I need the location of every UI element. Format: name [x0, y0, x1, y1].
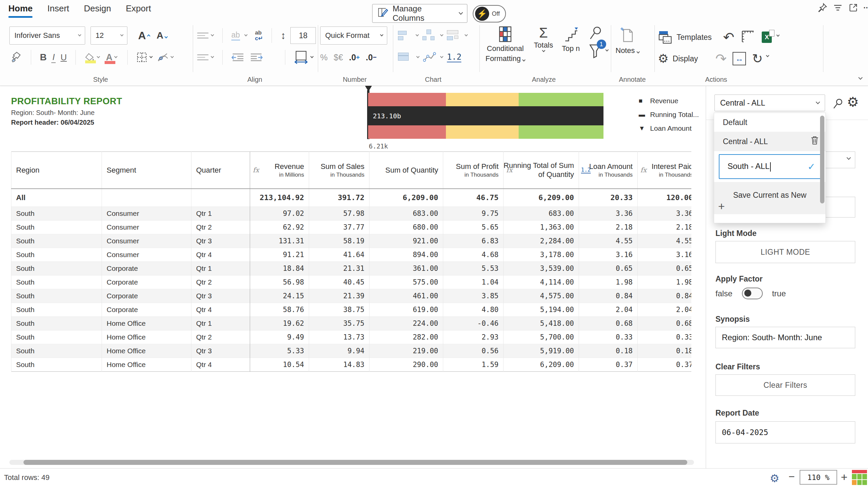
column-header[interactable]: Quarter — [191, 152, 250, 189]
cell[interactable]: 5.65 — [443, 221, 503, 234]
cell[interactable]: Home Office — [102, 330, 191, 344]
cell[interactable]: Qtr 2 — [191, 221, 250, 234]
cell[interactable]: 2.18 — [579, 221, 638, 234]
cell[interactable]: 18.84 — [250, 262, 309, 276]
tab-design[interactable]: Design — [84, 3, 111, 18]
cell[interactable]: 219.00 — [369, 344, 443, 358]
templates-button[interactable]: Templates — [658, 30, 712, 44]
fill-color-button[interactable] — [85, 53, 99, 62]
dropdown-item[interactable]: Default — [714, 113, 826, 132]
cell[interactable]: South — [11, 248, 102, 262]
column-header[interactable]: fxRunning Total of Sum of Quantity — [503, 152, 579, 189]
total-cell[interactable]: All — [11, 189, 102, 207]
cell[interactable]: 19.62 — [250, 317, 309, 330]
filter-lines-icon[interactable] — [833, 3, 843, 13]
cell[interactable]: Consumer — [102, 207, 191, 221]
column-header[interactable]: Segment — [102, 152, 191, 189]
cell[interactable]: 9.49 — [250, 330, 309, 344]
cell[interactable]: 683.00 — [369, 207, 443, 221]
cell[interactable]: 35.75 — [309, 317, 369, 330]
column-header[interactable]: Sum of Quantity — [369, 152, 443, 189]
cell[interactable]: 6,209.00 — [503, 358, 579, 372]
cell[interactable]: Qtr 1 — [191, 317, 250, 330]
cell[interactable]: Consumer — [102, 248, 191, 262]
layout-chart-button[interactable] — [446, 29, 462, 42]
vertical-align-button[interactable] — [197, 33, 214, 38]
cell[interactable]: 921.00 — [369, 234, 443, 248]
light-mode-button[interactable]: LIGHT MODE — [715, 241, 855, 263]
cell[interactable]: South — [11, 289, 102, 303]
cell[interactable]: 5.33 — [250, 344, 309, 358]
conditional-formatting-button[interactable]: Conditional Formatting — [486, 26, 525, 63]
cell[interactable]: South — [11, 207, 102, 221]
excel-export-button[interactable]: X — [762, 32, 772, 43]
total-cell[interactable]: 213,104.92 — [250, 189, 309, 207]
format-painter-button[interactable] — [9, 51, 22, 64]
font-name-select[interactable]: Inforiver Sans — [9, 27, 85, 44]
cell[interactable]: 619.00 — [369, 303, 443, 317]
cell[interactable]: 57.98 — [309, 207, 369, 221]
cell[interactable]: 2.18 — [638, 221, 692, 234]
cell[interactable]: Corporate — [102, 262, 191, 276]
cell[interactable]: 575.00 — [369, 276, 443, 289]
sparkline-button[interactable] — [423, 52, 436, 63]
number-labels-button[interactable]: 1.2 — [447, 52, 461, 62]
zoom-out-button[interactable]: − — [788, 471, 795, 483]
dropdown-scrollbar-thumb[interactable] — [820, 116, 825, 203]
cell[interactable]: 3.16 — [638, 248, 692, 262]
cell[interactable]: 1,363.00 — [503, 221, 579, 234]
grow-font-button[interactable]: A — [138, 30, 146, 42]
cell[interactable]: Qtr 3 — [191, 344, 250, 358]
tab-insert[interactable]: Insert — [47, 3, 69, 18]
total-cell[interactable]: 120.00 — [638, 189, 692, 207]
popout-icon[interactable] — [848, 3, 858, 13]
cell[interactable]: Corporate — [102, 303, 191, 317]
cell[interactable]: -0.46 — [443, 317, 503, 330]
cell[interactable]: Qtr 3 — [191, 234, 250, 248]
cell[interactable]: Home Office — [102, 358, 191, 372]
cell[interactable]: Qtr 4 — [191, 248, 250, 262]
quick-format-select[interactable]: Quick Format — [320, 27, 387, 44]
outdent-button[interactable] — [231, 52, 245, 62]
hierarchy-chart-button[interactable] — [422, 29, 437, 42]
cell[interactable]: 4.55 — [579, 234, 638, 248]
cell[interactable]: Qtr 4 — [191, 358, 250, 372]
cell[interactable]: Qtr 2 — [191, 276, 250, 289]
cell[interactable]: 37.77 — [309, 221, 369, 234]
more-options-icon[interactable]: ••• — [864, 5, 868, 10]
total-cell[interactable] — [102, 189, 191, 207]
no-border-button[interactable] — [157, 52, 173, 62]
cell[interactable]: 0.84 — [638, 289, 692, 303]
cell[interactable]: 2.04 — [638, 303, 692, 317]
ruler-icon[interactable] — [740, 29, 756, 45]
text-overflow-button[interactable]: ab — [231, 31, 240, 40]
percent-format-button[interactable]: % — [320, 53, 328, 62]
cell[interactable]: 9.94 — [309, 344, 369, 358]
cell[interactable]: 683.00 — [503, 207, 579, 221]
cell[interactable]: 461.00 — [369, 289, 443, 303]
cell[interactable]: 62.92 — [250, 221, 309, 234]
settings-gear-icon[interactable]: ⚙ — [770, 472, 779, 485]
currency-format-button[interactable]: $€ — [334, 53, 343, 62]
cell[interactable]: 131.31 — [250, 234, 309, 248]
view-select[interactable]: Central - ALL — [714, 95, 825, 111]
cell[interactable]: 9.75 — [443, 207, 503, 221]
cell[interactable]: 3,539.00 — [503, 262, 579, 276]
cell[interactable]: South — [11, 262, 102, 276]
cell[interactable]: Corporate — [102, 276, 191, 289]
column-width-button[interactable] — [294, 51, 313, 64]
italic-button[interactable]: I — [51, 52, 56, 63]
cell[interactable]: 5,700.00 — [503, 330, 579, 344]
cell[interactable]: 13.73 — [309, 330, 369, 344]
top-n-button[interactable]: Top n — [562, 26, 580, 53]
cell[interactable]: 56.98 — [250, 276, 309, 289]
column-header[interactable]: Sum of Salesin Thousands — [309, 152, 369, 189]
cell[interactable]: 0.33 — [638, 330, 692, 344]
ai-toggle[interactable]: ⚡ Off — [473, 5, 506, 23]
filter-button[interactable]: 1 — [589, 43, 603, 60]
display-button[interactable]: ⚙ Display — [658, 52, 698, 66]
cell[interactable]: South — [11, 344, 102, 358]
total-cell[interactable]: 391.72 — [309, 189, 369, 207]
cell[interactable]: 38.75 — [309, 303, 369, 317]
confirm-check-icon[interactable]: ✓ — [808, 161, 815, 172]
